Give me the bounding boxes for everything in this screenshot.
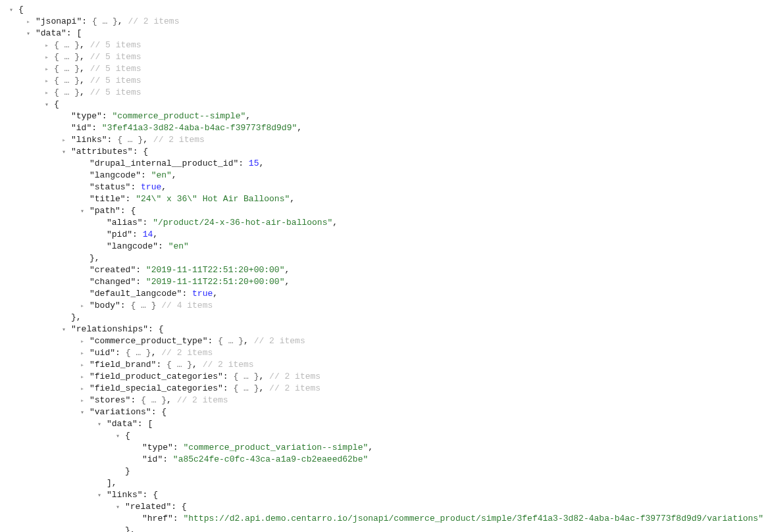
json-row[interactable]: "id": "3fef41a3-3d82-4aba-b4ac-f39773f8d… (0, 122, 770, 134)
json-row[interactable]: }, (0, 525, 770, 532)
json-row[interactable]: { … }, // 5 items (0, 63, 770, 75)
json-row[interactable]: "created": "2019-11-11T22:51:20+00:00", (0, 264, 770, 276)
caret-right-icon[interactable] (79, 395, 86, 407)
json-row[interactable]: { (0, 430, 770, 442)
json-row[interactable]: "field_special_categories": { … }, // 2 … (0, 383, 770, 395)
json-row[interactable]: "jsonapi": { … }, // 2 items (0, 16, 770, 28)
json-row[interactable]: "uid": { … }, // 2 items (0, 347, 770, 359)
json-row[interactable]: "body": { … } // 4 items (0, 300, 770, 312)
json-row[interactable]: }, (0, 312, 770, 324)
json-row[interactable]: "title": "24\" x 36\" Hot Air Balloons", (0, 193, 770, 205)
caret-down-icon[interactable] (79, 205, 86, 218)
json-row[interactable]: "type": "commerce_product_variation--sim… (0, 442, 770, 454)
caret-down-icon[interactable] (43, 99, 50, 111)
json-row[interactable]: "links": { … }, // 2 items (0, 134, 770, 146)
json-row[interactable]: "data": [ (0, 28, 770, 39)
json-row[interactable]: } (0, 466, 770, 477)
json-row[interactable]: "langcode": "en" (0, 241, 770, 253)
json-row[interactable]: "drupal_internal__product_id": 15, (0, 158, 770, 170)
json-row[interactable]: "data": [ (0, 418, 770, 430)
json-row[interactable]: "id": "a85c24fe-c0fc-43ca-a1a9-cb2eaeed6… (0, 454, 770, 466)
json-row[interactable]: "changed": "2019-11-11T22:51:20+00:00", (0, 276, 770, 288)
caret-right-icon[interactable] (43, 63, 50, 76)
json-row[interactable]: "links": { (0, 489, 770, 501)
caret-down-icon[interactable] (96, 489, 103, 502)
json-row[interactable]: "attributes": { (0, 146, 770, 158)
caret-right-icon[interactable] (79, 347, 86, 360)
json-row[interactable]: "href": "https://d2.api.demo.centarro.io… (0, 513, 770, 525)
json-row[interactable]: "variations": { (0, 406, 770, 418)
json-row[interactable]: "stores": { … }, // 2 items (0, 395, 770, 406)
json-tree: {"jsonapi": { … }, // 2 items"data": [{ … (0, 4, 770, 532)
caret-right-icon[interactable] (79, 335, 86, 348)
json-row[interactable]: }, (0, 253, 770, 264)
caret-down-icon[interactable] (61, 146, 67, 158)
caret-right-icon[interactable] (43, 87, 50, 99)
caret-right-icon[interactable] (25, 16, 32, 28)
caret-down-icon[interactable] (8, 4, 14, 16)
caret-down-icon[interactable] (96, 418, 103, 431)
json-row[interactable]: { … }, // 5 items (0, 51, 770, 63)
json-row[interactable]: "langcode": "en", (0, 170, 770, 181)
caret-right-icon[interactable] (79, 371, 86, 383)
caret-right-icon[interactable] (43, 39, 50, 52)
json-row[interactable]: "relationships": { (0, 324, 770, 335)
json-row[interactable]: "path": { (0, 205, 770, 217)
caret-right-icon[interactable] (43, 75, 50, 87)
json-row[interactable]: "alias": "/product/24-x-36-hot-air-ballo… (0, 217, 770, 229)
json-row[interactable]: "related": { (0, 501, 770, 513)
json-row[interactable]: { (0, 4, 770, 16)
json-row[interactable]: ], (0, 477, 770, 489)
json-row[interactable]: { … }, // 5 items (0, 87, 770, 99)
caret-right-icon[interactable] (79, 300, 86, 312)
json-row[interactable]: "field_brand": { … }, // 2 items (0, 359, 770, 371)
caret-right-icon[interactable] (79, 359, 86, 372)
json-row[interactable]: "pid": 14, (0, 229, 770, 241)
caret-right-icon[interactable] (43, 51, 50, 64)
json-row[interactable]: "commerce_product_type": { … }, // 2 ite… (0, 335, 770, 347)
caret-down-icon[interactable] (115, 501, 121, 514)
json-row[interactable]: "field_product_categories": { … }, // 2 … (0, 371, 770, 383)
json-row[interactable]: "default_langcode": true, (0, 288, 770, 300)
caret-right-icon[interactable] (61, 134, 67, 147)
caret-down-icon[interactable] (115, 430, 121, 443)
caret-down-icon[interactable] (25, 28, 32, 40)
caret-down-icon[interactable] (61, 324, 67, 336)
json-row[interactable]: { … }, // 5 items (0, 75, 770, 87)
json-row[interactable]: { (0, 99, 770, 110)
json-row[interactable]: { … }, // 5 items (0, 39, 770, 51)
json-row[interactable]: "type": "commerce_product--simple", (0, 110, 770, 122)
json-row[interactable]: "status": true, (0, 181, 770, 193)
caret-right-icon[interactable] (79, 383, 86, 395)
caret-down-icon[interactable] (79, 406, 86, 419)
